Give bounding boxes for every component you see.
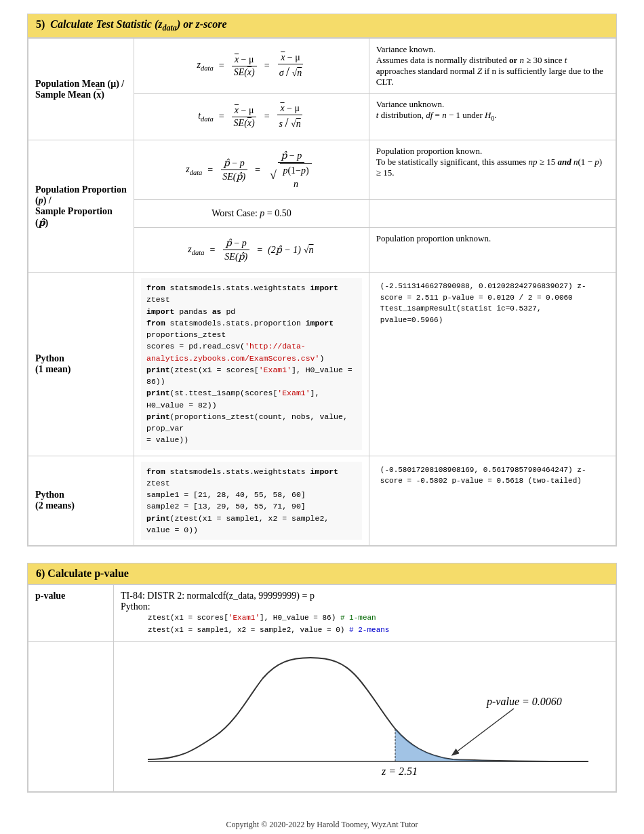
prop-unknown-formula: zdata = p̂ − p SE(p̂) = (2p̂ − 1) √n (141, 237, 362, 262)
prop-unknown-cell: zdata = p̂ − p SE(p̂) = (2p̂ − 1) √n (134, 228, 369, 273)
bell-curve-container: p-value = 0.0060 z = 2.51 (121, 648, 609, 786)
python2-result-text: (-0.58017208108908169, 0.561798579004642… (376, 462, 609, 490)
pvalue-label: p-value (28, 585, 114, 642)
python-label: Python: (121, 601, 609, 612)
section-6-header: 6) Calculate p-value (28, 563, 616, 584)
pvalue-arrow (453, 709, 514, 755)
python1-result-text: (-2.5113146627890988, 0.0120282427968390… (376, 278, 609, 328)
mean-label: Population Mean (μ) /Sample Mean (x) (28, 39, 134, 140)
z-formula-cell: zdata = x − μ SE(x) = x − μ σ / √n (134, 39, 369, 94)
prop-known-notes: Population proportion known. To be stati… (369, 140, 616, 200)
prop-notes-2 (369, 200, 616, 228)
footer: Copyright © 2020-2022 by Harold Toomey, … (27, 820, 617, 834)
bell-curve-svg: p-value = 0.0060 z = 2.51 (127, 654, 602, 776)
section-5-number: 5) (36, 18, 50, 30)
python2-code: from statsmodels.stats.weightstats impor… (141, 462, 362, 540)
prop-z-formula: zdata = p̂ − p SE(p̂) = p̂ − p √ p(1−p) (141, 150, 362, 190)
z-label: z = 2.51 (381, 766, 418, 776)
bell-curve-row: p-value = 0.0060 z = 2.51 (28, 642, 616, 792)
t-formula-cell: tdata = x − μ SE(x) = x − μ s / √n (134, 94, 369, 140)
section-5-header: 5) Calculate Test Statistic (zdata) or z… (28, 14, 616, 38)
worst-case-cell: Worst Case: p = 0.50 (134, 200, 369, 228)
bell-curve-cell: p-value = 0.0060 z = 2.51 (114, 642, 616, 792)
proportion-label: Population Proportion (p) /Sample Propor… (28, 140, 134, 273)
python2-row: Python(2 means) from statsmodels.stats.w… (28, 456, 616, 546)
pvalue-annotation: p-value = 0.0060 (486, 696, 562, 708)
section-6-title: 6) Calculate p-value (36, 568, 129, 579)
mean-row: Population Mean (μ) /Sample Mean (x) zda… (28, 39, 616, 94)
ti84-text: TI-84: DISTR 2: normalcdf(z_data, 999999… (121, 591, 609, 601)
python1-row: Python(1 mean) from statsmodels.stats.we… (28, 273, 616, 456)
python1-code-cell: from statsmodels.stats.weightstats impor… (134, 273, 369, 456)
pvalue-row: p-value TI-84: DISTR 2: normalcdf(z_data… (28, 585, 616, 642)
proportion-row-1: Population Proportion (p) /Sample Propor… (28, 140, 616, 200)
pvalue-content: TI-84: DISTR 2: normalcdf(z_data, 999999… (114, 585, 616, 642)
prop-z-formula-cell: zdata = p̂ − p SE(p̂) = p̂ − p √ p(1−p) (134, 140, 369, 200)
pvalue-code-line1: ztest(x1 = scores['Exam1'], H0_value = 8… (148, 612, 609, 624)
bell-curve-label (28, 642, 114, 792)
shaded-tail (395, 729, 582, 761)
python1-code: from statsmodels.stats.weightstats impor… (141, 278, 362, 450)
section-5: 5) Calculate Test Statistic (zdata) or z… (27, 14, 617, 547)
section-6-table: p-value TI-84: DISTR 2: normalcdf(z_data… (28, 584, 616, 792)
copyright-text: Copyright © 2020-2022 by Harold Toomey, … (27, 820, 617, 830)
t-formula: tdata = x − μ SE(x) = x − μ s / √n (141, 103, 362, 130)
prop-unknown-notes: Population proportion unknown. (369, 228, 616, 273)
python2-result: (-0.58017208108908169, 0.561798579004642… (369, 456, 616, 546)
z-notes: Variance known. Assumes data is normally… (369, 39, 616, 94)
section-6: 6) Calculate p-value p-value TI-84: DIST… (27, 563, 617, 793)
pvalue-code-line2: ztest(x1 = sample1, x2 = sample2, value … (148, 624, 609, 637)
python1-label: Python(1 mean) (28, 273, 134, 456)
python2-code-cell: from statsmodels.stats.weightstats impor… (134, 456, 369, 546)
python2-label: Python(2 means) (28, 456, 134, 546)
python1-result: (-2.5113146627890988, 0.0120282427968390… (369, 273, 616, 456)
z-formula: zdata = x − μ SE(x) = x − μ σ / √n (141, 52, 362, 79)
t-notes: Variance unknown. t distribution, df = n… (369, 94, 616, 140)
bell-curve-path (148, 658, 588, 761)
python-code-pvalue: ztest(x1 = scores['Exam1'], H0_value = 8… (148, 612, 609, 636)
section-5-table: Population Mean (μ) /Sample Mean (x) zda… (28, 38, 616, 546)
